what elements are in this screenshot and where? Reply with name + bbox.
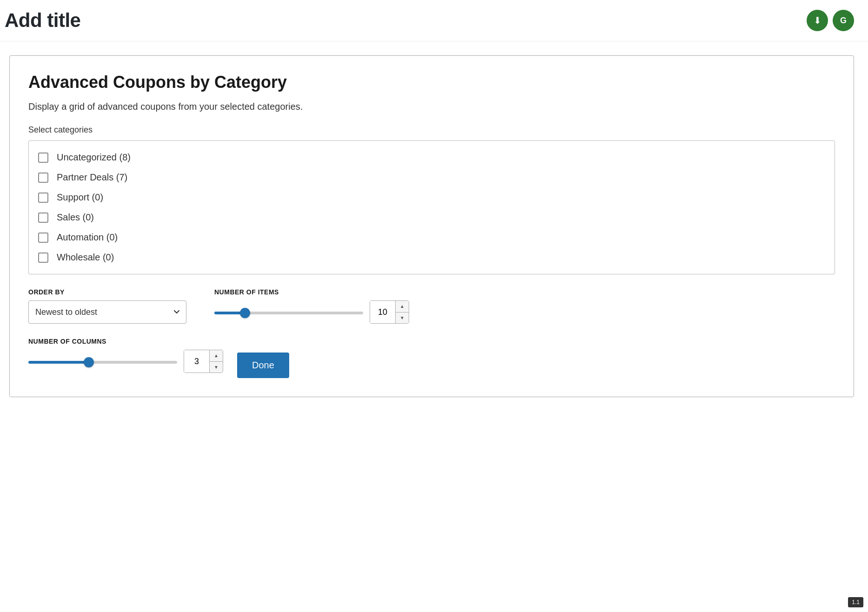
category-checkbox-partner-deals[interactable]: [38, 173, 48, 183]
category-wholesale[interactable]: Wholesale (0): [38, 247, 825, 267]
controls-row: ORDER BY Newest to oldest Oldest to newe…: [28, 288, 835, 324]
category-label-sales: Sales (0): [57, 212, 94, 223]
items-decrement-button[interactable]: ▼: [396, 313, 409, 324]
order-by-select[interactable]: Newest to oldest Oldest to newest Title …: [28, 300, 186, 324]
bottom-controls: NUMBER OF COLUMNS ▲ ▼ Done: [28, 338, 835, 378]
category-label-partner-deals: Partner Deals (7): [57, 172, 127, 183]
done-button[interactable]: Done: [237, 353, 289, 378]
items-slider-track: [214, 308, 363, 316]
category-sales[interactable]: Sales (0): [38, 207, 825, 227]
widget-box: Advanced Coupons by Category Display a g…: [9, 55, 854, 397]
grammarly-icon-button[interactable]: G: [833, 10, 854, 31]
columns-stepper-buttons: ▲ ▼: [210, 350, 223, 373]
category-checkbox-automation[interactable]: [38, 233, 48, 243]
items-slider-row: ▲ ▼: [214, 300, 409, 324]
columns-increment-button[interactable]: ▲: [210, 350, 223, 362]
number-of-items-group: NUMBER OF ITEMS ▲ ▼: [214, 288, 409, 324]
categories-box: Uncategorized (8) Partner Deals (7) Supp…: [28, 140, 835, 274]
page-title: Add title: [5, 9, 80, 32]
columns-stepper: ▲ ▼: [184, 350, 223, 373]
widget-description: Display a grid of advanced coupons from …: [28, 101, 835, 112]
items-stepper: ▲ ▼: [370, 300, 409, 324]
category-checkbox-sales[interactable]: [38, 213, 48, 223]
header-icons: ⬇ G: [807, 10, 854, 31]
items-number-input[interactable]: [370, 301, 396, 323]
columns-slider-track: [28, 357, 177, 366]
order-by-group: ORDER BY Newest to oldest Oldest to newe…: [28, 288, 186, 324]
number-of-items-label: NUMBER OF ITEMS: [214, 288, 409, 296]
category-checkbox-support[interactable]: [38, 193, 48, 203]
category-label-wholesale: Wholesale (0): [57, 252, 114, 263]
main-content: Advanced Coupons by Category Display a g…: [0, 41, 868, 411]
grammarly-icon: G: [840, 16, 847, 26]
category-checkbox-wholesale[interactable]: [38, 253, 48, 263]
download-icon: ⬇: [814, 15, 822, 26]
columns-slider-row: ▲ ▼: [28, 350, 223, 373]
category-partner-deals[interactable]: Partner Deals (7): [38, 167, 825, 187]
number-of-columns-group: NUMBER OF COLUMNS ▲ ▼: [28, 338, 223, 373]
download-icon-button[interactable]: ⬇: [807, 10, 828, 31]
items-slider[interactable]: [214, 312, 363, 314]
items-stepper-buttons: ▲ ▼: [396, 301, 409, 323]
select-categories-label: Select categories: [28, 125, 835, 135]
order-by-label: ORDER BY: [28, 288, 186, 296]
category-automation[interactable]: Automation (0): [38, 227, 825, 247]
widget-title: Advanced Coupons by Category: [28, 73, 835, 92]
category-uncategorized[interactable]: Uncategorized (8): [38, 147, 825, 167]
columns-slider[interactable]: [28, 361, 177, 364]
items-increment-button[interactable]: ▲: [396, 301, 409, 313]
category-support[interactable]: Support (0): [38, 187, 825, 207]
number-of-columns-label: NUMBER OF COLUMNS: [28, 338, 223, 345]
columns-number-input[interactable]: [184, 350, 210, 373]
category-checkbox-uncategorized[interactable]: [38, 153, 48, 163]
category-label-support: Support (0): [57, 192, 103, 203]
columns-decrement-button[interactable]: ▼: [210, 362, 223, 373]
category-label-automation: Automation (0): [57, 232, 118, 243]
category-label-uncategorized: Uncategorized (8): [57, 152, 131, 163]
version-badge: 1.1: [848, 597, 863, 607]
page-header: Add title ⬇ G: [0, 0, 868, 41]
